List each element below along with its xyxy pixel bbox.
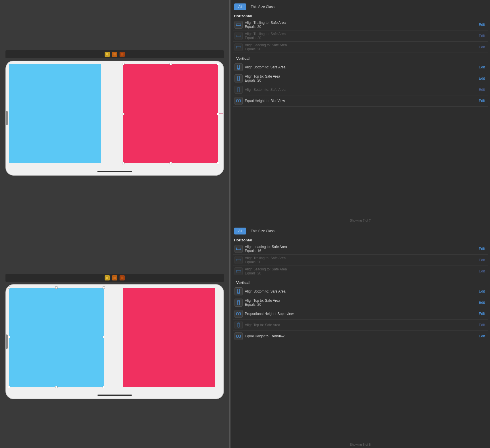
edit-btn-bh3[interactable]: Edit <box>478 269 486 274</box>
constraint-icon-bh2 <box>235 256 243 264</box>
nav-arrow-top[interactable]: › <box>5 116 6 121</box>
edit-btn-bv4[interactable]: Edit <box>478 322 486 328</box>
handle-bottom-center <box>170 162 172 164</box>
svg-rect-18 <box>237 100 238 102</box>
tab-all-top[interactable]: All <box>234 3 246 10</box>
handle-bbot-left <box>8 386 10 388</box>
constraint-row: Equal Height to: RedView Edit <box>233 331 488 342</box>
toolbar-icon-yellow-1[interactable] <box>105 52 110 57</box>
constraint-row: Align Trailing to: Safe Area Equals: 20 … <box>233 19 488 30</box>
tab-this-size-class-bottom[interactable]: This Size Class <box>246 228 279 234</box>
edit-btn-v2[interactable]: Edit <box>478 76 486 81</box>
home-bar-top <box>97 171 132 172</box>
constraint-list-top: Align Trailing to: Safe Area Equals: 20 … <box>230 19 490 217</box>
toolbar-icon-orange-1[interactable] <box>112 52 117 57</box>
toolbar-icon-dark-orange-2[interactable] <box>120 275 125 280</box>
constraint-main-bv4: Align Top to: Safe Area <box>245 323 475 327</box>
vertical-section-top: Vertical <box>233 54 488 62</box>
svg-rect-30 <box>237 313 238 315</box>
constraint-sub-h3: Equals: 20 <box>245 47 475 51</box>
edit-btn-bv2[interactable]: Edit <box>478 300 486 305</box>
blue-view-bottom <box>9 288 104 387</box>
svg-rect-31 <box>239 313 241 315</box>
edit-btn-v4[interactable]: Edit <box>478 98 486 103</box>
red-view-bottom <box>123 288 215 387</box>
toolbar-icon-yellow-2[interactable] <box>105 275 110 280</box>
constraint-icon-bv5 <box>235 332 243 340</box>
constraints-bottom-half: All This Size Class Horizontal Align Lea… <box>230 224 490 448</box>
svg-rect-34 <box>237 335 238 337</box>
constraint-text-bv1: Align Bottom to: Safe Area <box>245 289 475 293</box>
constraint-icon-h1 <box>235 21 243 29</box>
handle-bottom-right <box>217 162 219 164</box>
constraint-icon-v1 <box>235 63 243 71</box>
constraint-text-bv4: Align Top to: Safe Area <box>245 323 475 327</box>
constraint-row: Proportional Height t Superview Edit <box>233 308 488 320</box>
constraint-sub-bh3: Equals: 20 <box>245 271 475 275</box>
constraint-line-right-top <box>219 114 224 114</box>
handle-bbot-right <box>103 386 105 388</box>
constraint-icon-bv3 <box>235 310 243 318</box>
svg-point-0 <box>106 53 109 56</box>
bottom-toolbar <box>5 274 224 282</box>
edit-btn-v1[interactable]: Edit <box>478 65 486 70</box>
constraint-sub-bv2: Equals: 20 <box>245 303 475 307</box>
edit-btn-bh2[interactable]: Edit <box>478 257 486 263</box>
edit-btn-bv1[interactable]: Edit <box>478 289 486 294</box>
edit-btn-h1[interactable]: Edit <box>478 22 486 27</box>
constraint-row: Align Trailing to: Safe Area Equals: 20 … <box>233 30 488 42</box>
edit-btn-bh1[interactable]: Edit <box>478 246 486 251</box>
constraint-main-bv2: Align Top to: Safe Area <box>245 299 475 303</box>
constraint-main-bh2: Align Trailing to: Safe Area <box>245 256 475 260</box>
svg-rect-5 <box>121 276 124 279</box>
handle-top-left <box>122 63 124 65</box>
handle-bmid-right <box>103 336 105 338</box>
toolbar-icon-orange-2[interactable] <box>112 275 117 280</box>
constraint-row: Align Bottom to: Safe Area Edit <box>233 84 488 95</box>
constraint-icon-v2 <box>235 74 243 82</box>
constraint-text-v3: Align Bottom to: Safe Area <box>245 88 475 92</box>
handle-btop-right <box>103 287 105 289</box>
constraint-row: Align Top to: Safe Area Equals: 20 Edit <box>233 73 488 84</box>
phone-frame-bottom: › <box>5 284 224 399</box>
constraint-main-bv3: Proportional Height t Superview <box>245 312 475 316</box>
constraint-main-bh1: Align Leading to: Safe Area <box>245 245 475 249</box>
toolbar-icon-dark-orange-1[interactable] <box>120 52 125 57</box>
constraint-row: Align Trailing to: Safe Area Equals: 20 … <box>233 255 488 266</box>
constraint-row: Equal Height to: BlueView Edit <box>233 95 488 107</box>
tab-all-bottom[interactable]: All <box>234 228 246 234</box>
constraint-main-v1: Align Bottom to: Safe Area <box>245 65 475 69</box>
edit-btn-h2[interactable]: Edit <box>478 33 486 39</box>
constraint-sub-v2: Equals: 20 <box>245 78 475 82</box>
handle-mid-left <box>122 113 124 115</box>
constraint-icon-h2 <box>235 32 243 40</box>
constraint-text-v2: Align Top to: Safe Area Equals: 20 <box>245 74 475 82</box>
tab-this-size-class-top[interactable]: This Size Class <box>246 3 279 10</box>
constraint-text-h3: Align Leading to: Safe Area Equals: 20 <box>245 43 475 51</box>
edit-btn-bv3[interactable]: Edit <box>478 311 486 316</box>
constraint-main-bh3: Align Leading to: Safe Area <box>245 267 475 271</box>
handle-btop-left <box>8 287 10 289</box>
constraint-text-v4: Equal Height to: BlueView <box>245 99 475 103</box>
edit-btn-bv5[interactable]: Edit <box>478 334 486 339</box>
canvas-top-half: › <box>0 0 229 225</box>
constraint-main-v3: Align Bottom to: Safe Area <box>245 88 475 92</box>
top-toolbar <box>5 50 224 58</box>
nav-arrow-bottom[interactable]: › <box>5 339 6 344</box>
edit-btn-h3[interactable]: Edit <box>478 45 486 50</box>
constraint-icon-bv4 <box>235 321 243 329</box>
svg-rect-4 <box>113 276 116 279</box>
canvas-area: › <box>0 0 229 448</box>
handle-bottom-left <box>122 162 124 164</box>
constraint-main-h2: Align Trailing to: Safe Area <box>245 32 475 36</box>
handle-bbot-center <box>55 386 57 388</box>
constraint-text-bh1: Align Leading to: Safe Area Equals: 16 <box>245 245 475 253</box>
svg-rect-35 <box>239 335 241 337</box>
constraint-text-bh3: Align Leading to: Safe Area Equals: 20 <box>245 267 475 275</box>
edit-btn-v3[interactable]: Edit <box>478 87 486 92</box>
blue-view-top <box>9 64 101 163</box>
showing-text-top: Showing 7 of 7 <box>230 217 490 224</box>
handle-bmid-left <box>8 336 10 338</box>
constraint-row: Align Top to: Safe Area Equals: 20 Edit <box>233 297 488 308</box>
phone-frame-top: › <box>5 61 224 176</box>
